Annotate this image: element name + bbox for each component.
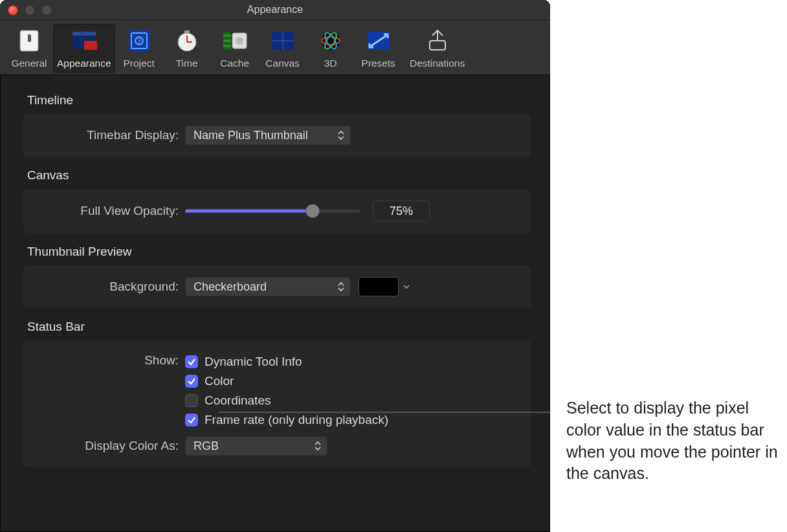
thumbnail-panel: Background: Checkerboard — [23, 265, 531, 308]
tab-appearance[interactable]: Appearance — [53, 24, 115, 73]
callout-leader-line — [219, 412, 550, 413]
tab-general[interactable]: General — [5, 24, 53, 73]
full-view-opacity-value[interactable]: 75% — [373, 201, 430, 221]
updown-icon — [337, 280, 346, 293]
svg-rect-4 — [72, 32, 96, 36]
svg-rect-17 — [223, 42, 231, 45]
display-color-label: Display Color As: — [30, 439, 185, 453]
tab-label: Cache — [220, 58, 249, 69]
minimize-window-button[interactable] — [25, 5, 35, 16]
close-window-button[interactable] — [8, 5, 18, 16]
opacity-label: Full View Opacity: — [30, 204, 185, 218]
preferences-toolbar: General Appearance — [0, 20, 550, 75]
popup-value: RGB — [194, 439, 219, 453]
svg-rect-18 — [223, 47, 231, 50]
timebar-display-popup[interactable]: Name Plus Thumbnail — [185, 126, 351, 145]
titlebar: Appearance — [0, 0, 550, 20]
tab-label: Canvas — [265, 58, 300, 69]
zoom-window-button[interactable] — [41, 5, 52, 16]
section-title-canvas: Canvas — [27, 168, 531, 183]
timebar-display-label: Timebar Display: — [30, 128, 185, 142]
window-controls — [8, 5, 52, 16]
popup-value: Name Plus Thumbnail — [194, 129, 308, 142]
checkbox-label: Frame rate (only during playback) — [205, 413, 388, 427]
cache-icon — [221, 27, 249, 55]
chevron-down-icon[interactable] — [403, 280, 410, 294]
timeline-panel: Timebar Display: Name Plus Thumbnail — [23, 114, 531, 157]
time-icon — [173, 27, 201, 55]
svg-rect-30 — [430, 41, 445, 50]
svg-text:3: 3 — [137, 38, 141, 45]
appearance-pane: Timeline Timebar Display: Name Plus Thum… — [0, 75, 550, 493]
appearance-icon — [70, 27, 98, 55]
destinations-icon — [423, 27, 452, 55]
checkbox-coordinates[interactable] — [185, 394, 198, 407]
presets-icon — [364, 27, 393, 55]
svg-rect-14 — [223, 32, 231, 50]
checkbox-label: Color — [205, 374, 234, 388]
window-title: Appearance — [0, 0, 550, 19]
tab-time[interactable]: Time — [163, 24, 211, 73]
display-color-as-popup[interactable]: RGB — [185, 436, 327, 456]
background-popup[interactable]: Checkerboard — [185, 277, 351, 296]
checkbox-label: Coordinates — [205, 393, 271, 408]
tab-presets[interactable]: Presets — [355, 24, 403, 73]
background-label: Background: — [30, 280, 185, 294]
tab-label: Time — [176, 58, 198, 69]
tab-label: Destinations — [410, 58, 465, 69]
full-view-opacity-slider[interactable] — [185, 203, 360, 219]
section-title-thumbnail: Thumbnail Preview — [27, 245, 531, 259]
checkbox-label: Dynamic Tool Info — [205, 355, 302, 369]
svg-rect-11 — [184, 30, 190, 34]
callout-text: Select to display the pixel color value … — [566, 397, 780, 485]
updown-icon — [314, 439, 323, 452]
tab-label: Appearance — [57, 58, 111, 69]
slider-thumb[interactable] — [305, 204, 320, 218]
checkbox-frame-rate[interactable] — [185, 414, 198, 427]
checkbox-dynamic-tool-info[interactable] — [185, 355, 198, 368]
tab-label: Project — [123, 58, 154, 69]
general-icon — [15, 27, 43, 55]
preferences-window: Appearance General — [0, 0, 550, 532]
canvas-panel: Full View Opacity: 75% — [23, 189, 531, 233]
tab-cache[interactable]: Cache — [211, 24, 259, 73]
svg-rect-16 — [223, 37, 231, 39]
canvas-icon — [269, 27, 297, 55]
tab-destinations[interactable]: Destinations — [403, 24, 472, 73]
tab-project[interactable]: 3 Project — [115, 24, 163, 73]
svg-rect-5 — [84, 41, 97, 50]
updown-icon — [337, 129, 346, 142]
show-label: Show: — [30, 352, 185, 368]
svg-rect-15 — [223, 32, 231, 34]
section-title-statusbar: Status Bar — [27, 320, 531, 334]
tab-3d[interactable]: 3D — [307, 24, 355, 73]
tab-label: 3D — [324, 58, 337, 69]
project-icon: 3 — [125, 27, 153, 55]
popup-value: Checkerboard — [194, 280, 267, 294]
tab-label: General — [11, 58, 47, 69]
background-color-well[interactable] — [359, 277, 399, 296]
tab-label: Presets — [361, 58, 395, 69]
svg-point-20 — [236, 37, 243, 45]
svg-rect-2 — [28, 34, 31, 42]
tab-canvas[interactable]: Canvas — [259, 24, 307, 73]
checkbox-color[interactable] — [185, 375, 198, 388]
3d-icon — [316, 27, 345, 55]
statusbar-panel: Show: Dynamic Tool Info Colo — [23, 340, 531, 467]
section-title-timeline: Timeline — [27, 93, 531, 107]
